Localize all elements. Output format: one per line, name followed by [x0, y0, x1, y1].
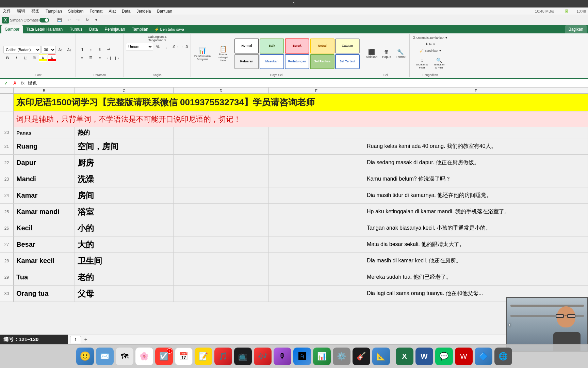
- menu-edit[interactable]: 编辑: [16, 8, 26, 14]
- insert-cells-btn[interactable]: ⬛ Sisipkan: [364, 45, 379, 63]
- dock-mail[interactable]: ✉️: [96, 348, 114, 365]
- cell-30-b[interactable]: Orang tua: [14, 286, 75, 302]
- bold-btn[interactable]: B: [3, 54, 12, 62]
- merge-btn[interactable]: Gabungkan & Tengahkan ▾: [140, 35, 174, 42]
- style-check[interactable]: Sel Periksa: [310, 54, 334, 69]
- dock-word[interactable]: W: [415, 348, 433, 365]
- dock-numbers[interactable]: 📊: [313, 348, 331, 365]
- cell-29-e[interactable]: [269, 269, 364, 285]
- menu-format[interactable]: Format: [89, 9, 103, 14]
- dock-wps[interactable]: W: [455, 348, 473, 365]
- dock-tv[interactable]: 📺: [234, 348, 252, 365]
- sheet-tab-1[interactable]: 1: [70, 336, 81, 343]
- dock-sysprefs[interactable]: ⚙️: [333, 348, 350, 365]
- dock-finder[interactable]: 🙂: [76, 348, 94, 365]
- menu-sisipkan[interactable]: Sisipkan: [67, 9, 84, 14]
- autosave-toggle[interactable]: [39, 18, 49, 22]
- col-header-c[interactable]: C: [75, 88, 174, 93]
- cell-25-f[interactable]: Hp aku ketinggalan di kamar mandi. 我的手机落…: [364, 204, 588, 220]
- cell-24-f[interactable]: Dia masih tidur di kamarnya. 他还在他的房间睡觉。: [364, 187, 588, 203]
- fill-color-btn[interactable]: A: [39, 54, 47, 62]
- formula-accept-btn[interactable]: ✓: [2, 79, 10, 87]
- cell-28-d[interactable]: [174, 253, 269, 269]
- cell-30-d[interactable]: [174, 286, 269, 302]
- cell-27-e[interactable]: [269, 236, 364, 252]
- menu-bantuan[interactable]: Bantuan: [157, 9, 173, 14]
- dock-icon-unknown1[interactable]: 🔷: [475, 348, 492, 365]
- dock-wechat[interactable]: 💬: [435, 348, 453, 365]
- cell-24-e[interactable]: [269, 187, 364, 203]
- tab-data[interactable]: Data: [86, 25, 101, 33]
- cell-23-c[interactable]: 洗澡: [75, 171, 174, 187]
- cell-21-f[interactable]: Ruang kelas kami ada 40 orang. 我们的教室有40人…: [364, 138, 588, 154]
- align-left-btn[interactable]: ≡: [78, 54, 86, 62]
- cell-26-c[interactable]: 小的: [75, 220, 174, 236]
- cell-29-f[interactable]: Mereka sudah tua. 他们已经老了。: [364, 269, 588, 285]
- underline-btn[interactable]: U: [21, 54, 29, 62]
- dec-decrease-btn[interactable]: ←.0: [180, 43, 189, 50]
- conditional-format-btn[interactable]: 📊 Pemformatan Bersyarat: [193, 45, 212, 63]
- style-input[interactable]: Masukan: [260, 54, 284, 69]
- dock-reminders[interactable]: ☑️ 1: [155, 348, 173, 365]
- menu-view[interactable]: 视图: [31, 8, 40, 14]
- cell-20-b[interactable]: Panas: [14, 127, 75, 138]
- font-color-btn[interactable]: A: [48, 54, 56, 62]
- cell-23-e[interactable]: [269, 171, 364, 187]
- find-btn[interactable]: 🔍 Temukan & Pilih: [431, 54, 446, 73]
- col-header-f[interactable]: F: [364, 88, 588, 93]
- cell-29-d[interactable]: [174, 269, 269, 285]
- format-cells-btn[interactable]: 🔧 Format: [394, 45, 407, 63]
- cell-21-d[interactable]: [174, 138, 269, 154]
- redo-btn[interactable]: ↪: [74, 16, 82, 24]
- undo-btn[interactable]: ↩: [65, 16, 73, 24]
- dock-notes[interactable]: 📝: [195, 348, 212, 365]
- wrap-text-btn[interactable]: ↵: [104, 46, 113, 53]
- webcam-nav-prev[interactable]: ‹: [508, 321, 511, 328]
- cell-22-f[interactable]: Dia sedang masak di dapur. 他正在厨房做饭。: [364, 155, 588, 171]
- cell-25-b[interactable]: Kamar mandi: [14, 204, 75, 220]
- dec-increase-btn[interactable]: .0→: [172, 43, 180, 50]
- cell-23-f[interactable]: Kamu mandi belum? 你洗澡了吗？: [364, 171, 588, 187]
- cell-28-f[interactable]: Dia masih di kamar kecil. 他还在厕所。: [364, 253, 588, 269]
- tab-rumus[interactable]: Rumus: [66, 25, 86, 33]
- font-family-select[interactable]: Calibri (Badan): [3, 46, 41, 53]
- tab-layout[interactable]: Tata Letak Halaman: [23, 25, 66, 33]
- number-format-select[interactable]: Umum: [126, 43, 153, 50]
- cell-24-c[interactable]: 房间: [75, 187, 174, 203]
- dock-calendar[interactable]: 📅: [175, 348, 193, 365]
- style-neutral[interactable]: Netral: [310, 39, 334, 53]
- cell-27-f[interactable]: Mata dia besar sekali. 他的眼睛太大了。: [364, 236, 588, 252]
- dock-appstore[interactable]: 🅰: [293, 348, 311, 365]
- indent-increase-btn[interactable]: |→: [113, 54, 121, 62]
- cell-29-c[interactable]: 老的: [75, 269, 174, 285]
- style-bad[interactable]: Buruk: [285, 39, 309, 53]
- formula-cancel-btn[interactable]: ✗: [11, 79, 19, 87]
- formula-input[interactable]: [27, 80, 586, 86]
- dock-icon-unknown2[interactable]: 🌐: [494, 348, 512, 365]
- cell-30-c[interactable]: 父母: [75, 286, 174, 302]
- cell-22-d[interactable]: [174, 155, 269, 171]
- cell-21-c[interactable]: 空间，房间: [75, 138, 174, 154]
- cell-20-e[interactable]: [269, 127, 364, 138]
- decrease-font-btn[interactable]: A↓: [65, 46, 74, 53]
- comma-btn[interactable]: ,: [163, 43, 171, 50]
- font-size-select[interactable]: 36: [42, 46, 56, 53]
- tab-help[interactable]: ⚡ Beri tahu saya: [152, 25, 187, 33]
- dock-music-store[interactable]: 🎵: [214, 348, 232, 365]
- italic-btn[interactable]: I: [12, 54, 20, 62]
- align-top-btn[interactable]: ⬆: [78, 46, 86, 53]
- save-btn[interactable]: 💾: [55, 16, 64, 24]
- border-btn[interactable]: ⊞: [30, 54, 38, 62]
- align-middle-btn[interactable]: ↕: [87, 46, 95, 53]
- dock-podcasts[interactable]: 🎙: [274, 348, 291, 365]
- cell-28-c[interactable]: 卫生间: [75, 253, 174, 269]
- col-header-e[interactable]: E: [269, 88, 364, 93]
- cell-23-b[interactable]: Mandi: [14, 171, 75, 187]
- menu-file[interactable]: 文件: [2, 8, 12, 14]
- dock-keynote[interactable]: 📐: [372, 348, 390, 365]
- style-calc[interactable]: Perhitungan: [285, 54, 309, 69]
- cell-26-b[interactable]: Kecil: [14, 220, 75, 236]
- cell-26-d[interactable]: [174, 220, 269, 236]
- menu-tampilan[interactable]: Tampilan: [45, 9, 63, 14]
- style-output[interactable]: Keluaran: [234, 54, 259, 69]
